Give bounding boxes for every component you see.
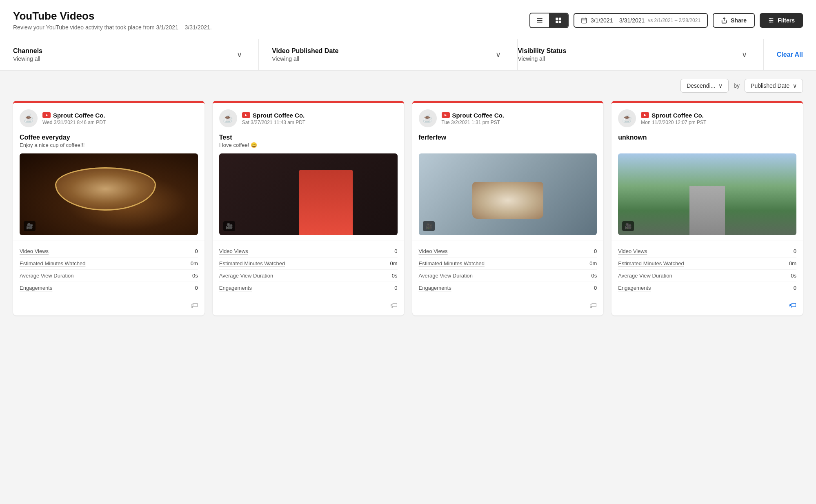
engagements-value-1: 0 (195, 285, 198, 291)
cards-grid: ☕ Sprout Coffee Co. Wed 3/31/2021 8:46 a… (0, 101, 816, 329)
channel-name-2: Sprout Coffee Co. (253, 112, 305, 119)
video-thumbnail-2[interactable]: 🎥 (219, 153, 398, 235)
channels-chevron-icon: ∨ (237, 50, 242, 59)
engagements-value-4: 0 (794, 285, 796, 291)
minutes-value-3: 0m (589, 260, 597, 266)
stat-row-duration-2: Average View Duration 0s (219, 270, 398, 282)
svg-rect-0 (537, 18, 543, 19)
views-label-2: Video Views (219, 248, 248, 254)
channel-date-4: Mon 11/2/2020 12:07 pm PST (641, 120, 706, 125)
header-right: 3/1/2021 – 3/31/2021 vs 2/1/2021 – 2/28/… (529, 13, 803, 28)
stat-row-engagements-4: Engagements 0 (618, 282, 796, 294)
visibility-filter[interactable]: Visibility Status Viewing all ∨ (518, 39, 763, 70)
tag-icon-3[interactable]: 🏷 (589, 301, 597, 310)
page-title: YouTube Videos (13, 10, 212, 22)
views-value-3: 0 (594, 248, 597, 254)
stats-section-2: Video Views 0 Estimated Minutes Watched … (213, 240, 404, 297)
share-label: Share (731, 17, 747, 24)
published-date-chevron-icon: ∨ (496, 50, 501, 59)
tag-icon-2[interactable]: 🏷 (390, 301, 398, 310)
video-thumbnail-4[interactable]: 🎥 (618, 153, 796, 235)
filters-button[interactable]: Filters (760, 13, 803, 28)
svg-point-16 (772, 20, 773, 21)
engagements-label-1: Engagements (20, 285, 52, 291)
video-cam-icon-2: 🎥 (223, 221, 235, 231)
tag-icon-1[interactable]: 🏷 (191, 301, 198, 310)
channel-name-3: Sprout Coffee Co. (452, 112, 505, 119)
date-range-button[interactable]: 3/1/2021 – 3/31/2021 vs 2/1/2021 – 2/28/… (574, 13, 708, 28)
youtube-icon-4 (641, 112, 649, 118)
stats-section-4: Video Views 0 Estimated Minutes Watched … (611, 240, 803, 297)
video-card-4: ☕ Sprout Coffee Co. Mon 11/2/2020 12:07 … (611, 101, 803, 315)
svg-point-17 (770, 21, 771, 22)
grid-view-button[interactable] (549, 13, 568, 27)
visibility-chevron-icon: ∨ (742, 50, 747, 59)
video-desc-1: Enjoy a nice cup of coffee!!! (20, 142, 198, 149)
channel-date-2: Sat 3/27/2021 11:43 am PDT (242, 120, 305, 125)
published-date-filter-label: Video Published Date (272, 47, 338, 55)
share-button[interactable]: Share (713, 13, 755, 28)
list-view-button[interactable] (530, 13, 549, 27)
minutes-label-2: Estimated Minutes Watched (219, 260, 285, 266)
channels-filter[interactable]: Channels Viewing all ∨ (13, 39, 259, 70)
list-icon (536, 17, 543, 24)
visibility-filter-value: Viewing all (518, 56, 566, 62)
video-title-2: Test (219, 134, 398, 141)
filters-bar: Channels Viewing all ∨ Video Published D… (0, 39, 816, 71)
video-title-4: unknown (618, 134, 796, 141)
video-cam-icon-3: 🎥 (423, 221, 435, 231)
published-date-filter-value: Viewing all (272, 56, 338, 62)
minutes-label-1: Estimated Minutes Watched (20, 260, 85, 266)
published-date-filter[interactable]: Video Published Date Viewing all ∨ (259, 39, 518, 70)
engagements-value-2: 0 (394, 285, 397, 291)
stats-section-1: Video Views 0 Estimated Minutes Watched … (13, 240, 205, 297)
stat-row-duration-3: Average View Duration 0s (419, 270, 597, 282)
svg-rect-6 (559, 20, 561, 23)
vs-range-text: vs 2/1/2021 – 2/28/2021 (648, 18, 700, 23)
views-label-3: Video Views (419, 248, 448, 254)
page-subtitle: Review your YouTube video activity that … (13, 24, 212, 31)
tag-icon-4[interactable]: 🏷 (789, 301, 796, 310)
video-thumbnail-3[interactable]: 🎥 (419, 153, 597, 235)
views-value-4: 0 (794, 248, 796, 254)
by-label: by (734, 82, 740, 89)
engagements-label-3: Engagements (419, 285, 451, 291)
views-value-2: 0 (394, 248, 397, 254)
video-card-2: ☕ Sprout Coffee Co. Sat 3/27/2021 11:43 … (213, 101, 404, 315)
youtube-icon-3 (442, 112, 450, 118)
page-header: YouTube Videos Review your YouTube video… (0, 0, 816, 39)
duration-value-4: 0s (791, 273, 796, 279)
clear-all-button[interactable]: Clear All (764, 51, 803, 58)
duration-label-4: Average View Duration (618, 273, 672, 279)
stat-row-views-4: Video Views 0 (618, 245, 796, 258)
sort-order-chevron: ∨ (718, 82, 723, 89)
stat-row-engagements-1: Engagements 0 (20, 282, 198, 294)
stats-section-3: Video Views 0 Estimated Minutes Watched … (412, 240, 604, 297)
channels-filter-value: Viewing all (13, 56, 42, 62)
sort-by-chevron: ∨ (793, 82, 797, 89)
stat-row-minutes-4: Estimated Minutes Watched 0m (618, 258, 796, 270)
channel-name-1: Sprout Coffee Co. (53, 112, 105, 119)
sort-bar: Descendi... ∨ by Published Date ∨ (0, 71, 816, 101)
visibility-filter-label: Visibility Status (518, 47, 566, 55)
engagements-label-2: Engagements (219, 285, 252, 291)
sort-order-select[interactable]: Descendi... ∨ (680, 79, 729, 93)
stat-row-duration-4: Average View Duration 0s (618, 270, 796, 282)
header-left: YouTube Videos Review your YouTube video… (13, 10, 212, 31)
video-card-1: ☕ Sprout Coffee Co. Wed 3/31/2021 8:46 a… (13, 101, 205, 315)
video-card-3: ☕ Sprout Coffee Co. Tue 3/2/2021 1:31 pm… (412, 101, 604, 315)
stat-row-duration-1: Average View Duration 0s (20, 270, 198, 282)
video-desc-3 (419, 142, 597, 149)
channel-avatar-3: ☕ (419, 109, 437, 127)
sort-by-select[interactable]: Published Date ∨ (745, 79, 803, 93)
filters-label: Filters (778, 17, 795, 24)
channel-avatar-4: ☕ (618, 109, 636, 127)
stat-row-minutes-3: Estimated Minutes Watched 0m (419, 258, 597, 270)
video-desc-4 (618, 142, 796, 149)
card-footer-1: 🏷 (13, 297, 205, 315)
video-thumbnail-1[interactable]: 🎥 (20, 153, 198, 235)
channel-date-1: Wed 3/31/2021 8:46 am PDT (42, 120, 106, 125)
grid-icon (555, 17, 562, 24)
minutes-value-2: 0m (390, 260, 397, 266)
views-value-1: 0 (195, 248, 198, 254)
